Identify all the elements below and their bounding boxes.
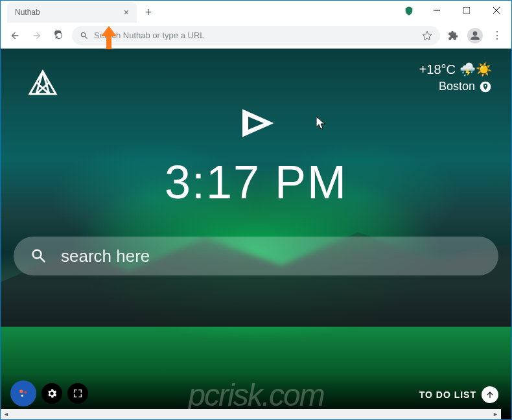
- new-tab-button[interactable]: +: [139, 3, 157, 21]
- clock-display: 3:17 PM: [165, 156, 347, 209]
- star-icon[interactable]: [422, 30, 432, 41]
- bottom-controls: [10, 380, 88, 406]
- svg-point-7: [21, 395, 23, 397]
- search-input[interactable]: [61, 246, 482, 266]
- tab-close-icon[interactable]: ×: [124, 7, 129, 18]
- address-bar[interactable]: [72, 26, 440, 45]
- svg-point-5: [19, 390, 23, 393]
- play-button[interactable]: [237, 107, 275, 139]
- forward-button[interactable]: [28, 27, 46, 45]
- maximize-button[interactable]: [452, 1, 482, 20]
- weather-icon: ⛈️☀️: [460, 62, 492, 77]
- tab-title: Nuthab: [15, 8, 40, 17]
- todo-label: TO DO LIST: [419, 390, 476, 400]
- browser-tab[interactable]: Nuthab ×: [7, 2, 137, 23]
- weather-temperature: +18°C: [419, 62, 456, 77]
- profile-button[interactable]: [466, 27, 484, 45]
- address-input[interactable]: [94, 30, 417, 40]
- minimize-button[interactable]: [422, 1, 452, 20]
- apps-button[interactable]: [10, 380, 36, 406]
- search-icon: [30, 247, 48, 265]
- svg-point-6: [24, 391, 27, 393]
- extensions-icon[interactable]: [444, 27, 462, 45]
- avatar-icon: [467, 28, 483, 43]
- fullscreen-button[interactable]: [67, 383, 88, 404]
- toolbar: ⋮: [1, 23, 511, 49]
- search-widget[interactable]: [14, 237, 498, 275]
- close-button[interactable]: [482, 1, 511, 20]
- menu-button[interactable]: ⋮: [488, 27, 506, 45]
- location-pin-icon: [479, 80, 492, 93]
- weather-widget[interactable]: +18°C ⛈️☀️ Boston: [419, 62, 492, 93]
- page-content: +18°C ⛈️☀️ Boston 3:17 PM TO DO LIST pcr…: [1, 49, 511, 419]
- svg-rect-1: [463, 7, 470, 14]
- todo-button[interactable]: TO DO LIST: [419, 386, 498, 403]
- reload-button[interactable]: [50, 27, 68, 45]
- horizontal-scrollbar[interactable]: [1, 409, 501, 419]
- arrow-up-icon: [482, 386, 498, 403]
- browser-window: Nuthab × + ⋮ +18°C ⛈️☀️: [0, 0, 512, 420]
- titlebar: Nuthab × +: [1, 1, 511, 23]
- search-icon: [80, 31, 89, 40]
- back-button[interactable]: [6, 27, 24, 45]
- shield-icon: [404, 6, 414, 16]
- logo-icon: [27, 68, 59, 100]
- weather-location: Boston: [439, 80, 475, 93]
- window-controls: [422, 1, 511, 20]
- settings-button[interactable]: [41, 383, 62, 404]
